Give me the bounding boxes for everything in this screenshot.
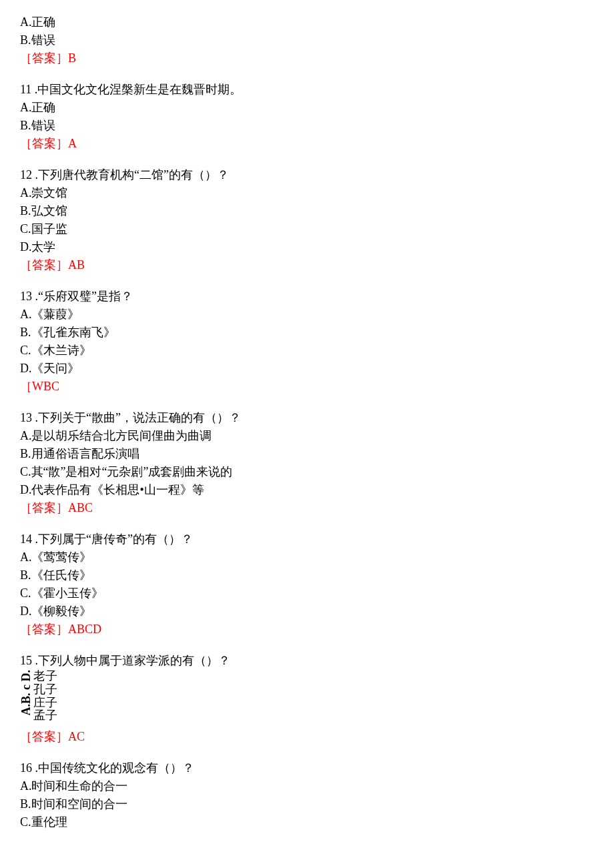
question-11: 11 .中国文化文化涅槃新生是在魏晋时期。 A.正确 B.错误 ［答案］A <box>20 81 594 153</box>
option-b: B.错误 <box>20 117 594 135</box>
answer-text: ［答案］AC <box>20 728 594 746</box>
question-stem: 13 .下列关于“散曲”，说法正确的有（）？ <box>20 409 594 427</box>
option-b: B.《孔雀东南飞》 <box>20 324 594 342</box>
question-stem: 12 .下列唐代教育机构“二馆”的有（）？ <box>20 166 594 184</box>
option-d: D.代表作品有《长相思•山一程》等 <box>20 481 594 499</box>
answer-text: ［答案］A <box>20 135 594 153</box>
option-c: C.国子监 <box>20 220 594 238</box>
question-stem: 11 .中国文化文化涅槃新生是在魏晋时期。 <box>20 81 594 99</box>
question-15: 15 .下列人物中属于道家学派的有（）？ A.B. c D. 老子 孔子 庄子 … <box>20 652 594 746</box>
option-c: C.重伦理 <box>20 813 594 831</box>
question-12: 12 .下列唐代教育机构“二馆”的有（）？ A.崇文馆 B.弘文馆 C.国子监 … <box>20 166 594 274</box>
answer-text: ［答案］ABCD <box>20 620 594 638</box>
question-stem: 16 .中国传统文化的观念有（）？ <box>20 759 594 777</box>
option-a: A.是以胡乐结合北方民间俚曲为曲调 <box>20 427 594 445</box>
question-13a: 13 .“乐府双璧”是指？ A.《蒹葭》 B.《孔雀东南飞》 C.《木兰诗》 D… <box>20 288 594 396</box>
question-14: 14 .下列属于“唐传奇”的有（）？ A.《莺莺传》 B.《任氏传》 C.《霍小… <box>20 530 594 638</box>
option-a: A.正确 <box>20 99 594 117</box>
answer-text: ［WBC <box>20 378 594 396</box>
option-d: D.《天问》 <box>20 360 594 378</box>
option-d: D.《柳毅传》 <box>20 602 594 620</box>
option-texts: 老子 孔子 庄子 孟子 <box>33 670 57 723</box>
answer-text: ［答案］B <box>20 49 594 67</box>
option-b: B.错误 <box>20 31 594 49</box>
option-a: A.时间和生命的合一 <box>20 777 594 795</box>
option-c: C.《木兰诗》 <box>20 342 594 360</box>
option-b: B.《任氏传》 <box>20 566 594 584</box>
option-group: A.B. c D. 老子 孔子 庄子 孟子 <box>20 670 594 723</box>
question-stem: 15 .下列人物中属于道家学派的有（）？ <box>20 652 594 670</box>
answer-text: ［答案］AB <box>20 256 594 274</box>
question-stem: 14 .下列属于“唐传奇”的有（）？ <box>20 530 594 548</box>
question-16: 16 .中国传统文化的观念有（）？ A.时间和生命的合一 B.时间和空间的合一 … <box>20 759 594 831</box>
option-b: 孔子 <box>33 683 57 697</box>
option-b: B.用通俗语言配乐演唱 <box>20 445 594 463</box>
question-10: A.正确 B.错误 ［答案］B <box>20 13 594 67</box>
option-a: A.《莺莺传》 <box>20 548 594 566</box>
option-b: B.弘文馆 <box>20 202 594 220</box>
option-a: 老子 <box>33 670 57 683</box>
option-a: A.崇文馆 <box>20 184 594 202</box>
option-a: A.《蒹葭》 <box>20 306 594 324</box>
question-13b: 13 .下列关于“散曲”，说法正确的有（）？ A.是以胡乐结合北方民间俚曲为曲调… <box>20 409 594 517</box>
option-c: C.其“散”是相对“元杂剧”成套剧曲来说的 <box>20 463 594 481</box>
question-stem: 13 .“乐府双璧”是指？ <box>20 288 594 306</box>
option-c: C.《霍小玉传》 <box>20 584 594 602</box>
option-d: 孟子 <box>33 709 57 723</box>
option-c: 庄子 <box>33 697 57 710</box>
option-b: B.时间和空间的合一 <box>20 795 594 813</box>
option-labels-vertical: A.B. c D. <box>20 670 33 716</box>
option-d: D.太学 <box>20 238 594 256</box>
option-a: A.正确 <box>20 13 594 31</box>
answer-text: ［答案］ABC <box>20 499 594 517</box>
